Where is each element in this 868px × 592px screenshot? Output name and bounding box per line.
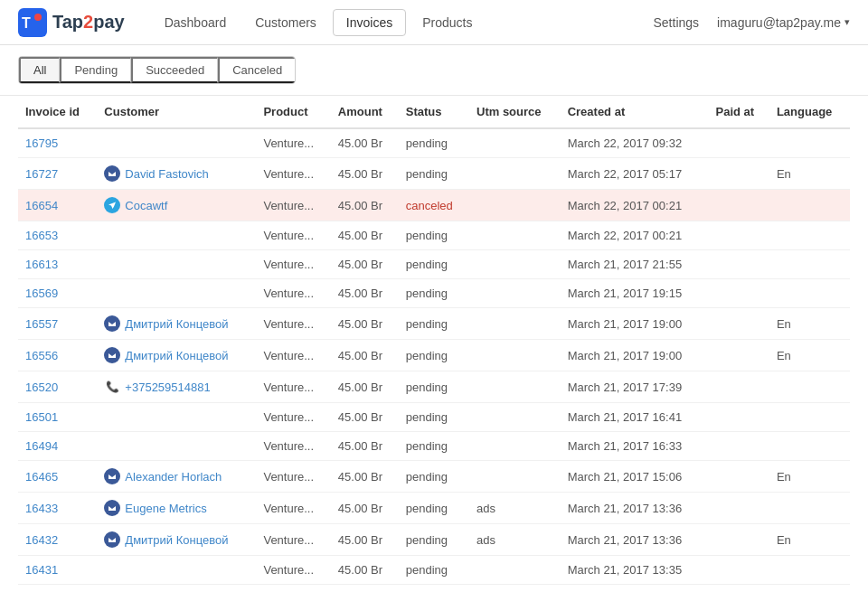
user-menu[interactable]: imaguru@tap2pay.me — [717, 15, 850, 30]
status-cell: pending — [399, 461, 469, 493]
invoice-id-link[interactable]: 16557 — [25, 317, 58, 331]
invoice-id-link[interactable]: 16494 — [25, 439, 58, 453]
utm-cell — [469, 279, 561, 308]
invoice-id-link[interactable]: 16501 — [25, 410, 58, 424]
invoice-id-link[interactable]: 16520 — [25, 381, 58, 394]
product-cell: Venture... — [256, 493, 330, 524]
table-header-row: Invoice id Customer Product Amount Statu… — [18, 96, 850, 128]
language-cell — [769, 128, 850, 158]
table-row: 16520📞+375259514881Venture...45.00 Brpen… — [18, 371, 850, 403]
paid-at-cell — [709, 190, 769, 221]
nav-products[interactable]: Products — [410, 10, 485, 35]
amount-cell: 45.00 Br — [331, 250, 399, 279]
language-cell — [769, 371, 850, 403]
table-row: 16556Дмитрий КонцевойVenture...45.00 Brp… — [18, 340, 850, 371]
filter-tab-succeeded[interactable]: Succeeded — [131, 57, 218, 83]
customer-link[interactable]: Дмитрий Концевой — [104, 347, 249, 363]
col-invoice-id: Invoice id — [18, 96, 97, 128]
paid-at-cell — [709, 279, 769, 308]
product-cell: Venture... — [256, 556, 330, 585]
utm-cell — [469, 371, 561, 403]
product-cell: Venture... — [256, 221, 330, 250]
utm-cell — [469, 250, 561, 279]
invoice-id-link[interactable]: 16465 — [25, 470, 58, 484]
logo: T Tap2pay — [18, 8, 125, 37]
customer-link[interactable]: Alexander Horlach — [104, 468, 249, 484]
utm-cell — [469, 556, 561, 585]
invoice-id-link[interactable]: 16795 — [25, 136, 58, 150]
status-cell: pending — [399, 493, 469, 524]
table-row: 16501Venture...45.00 BrpendingMarch 21, … — [18, 403, 850, 432]
status-cell: canceled — [399, 190, 469, 221]
language-cell: En — [769, 308, 850, 340]
table-row: 16432Дмитрий КонцевойVenture...45.00 Brp… — [18, 524, 850, 556]
filter-tab-all[interactable]: All — [19, 57, 60, 83]
table-row: 16431Venture...45.00 BrpendingMarch 21, … — [18, 556, 850, 585]
filter-bar: All Pending Succeeded Canceled — [0, 45, 868, 96]
status-badge: pending — [406, 470, 448, 484]
utm-cell — [469, 308, 561, 340]
customer-name: Дмитрий Концевой — [125, 349, 228, 362]
customer-link[interactable]: 📞+375259514881 — [104, 379, 249, 395]
invoice-table-container: Invoice id Customer Product Amount Statu… — [0, 96, 868, 585]
settings-link[interactable]: Settings — [653, 15, 699, 30]
filter-tab-pending[interactable]: Pending — [60, 57, 131, 83]
nav-dashboard[interactable]: Dashboard — [152, 10, 240, 35]
invoice-id-link[interactable]: 16433 — [25, 502, 58, 515]
logo-icon: T — [18, 8, 47, 37]
created-at-cell: March 21, 2017 21:55 — [561, 250, 709, 279]
paid-at-cell — [709, 158, 769, 190]
paid-at-cell — [709, 493, 769, 524]
utm-cell — [469, 221, 561, 250]
customer-link[interactable]: David Fastovich — [104, 165, 249, 182]
product-cell: Venture... — [256, 158, 330, 190]
nav-invoices[interactable]: Invoices — [333, 9, 406, 36]
product-cell: Venture... — [256, 403, 330, 432]
invoice-id-link[interactable]: 16727 — [25, 167, 58, 181]
col-created: Created at — [561, 96, 709, 128]
product-cell: Venture... — [256, 308, 330, 340]
filter-tab-canceled[interactable]: Canceled — [218, 57, 295, 83]
product-cell: Venture... — [256, 432, 330, 461]
amount-cell: 45.00 Br — [331, 403, 399, 432]
created-at-cell: March 21, 2017 16:33 — [561, 432, 709, 461]
invoice-id-link[interactable]: 16613 — [25, 258, 58, 271]
customer-link[interactable]: Дмитрий Концевой — [104, 531, 249, 548]
amount-cell: 45.00 Br — [331, 221, 399, 250]
invoice-id-link[interactable]: 16569 — [25, 287, 58, 300]
customer-name: Cocawtf — [125, 199, 167, 212]
customer-name: Дмитрий Концевой — [125, 533, 228, 547]
language-cell — [769, 250, 850, 279]
col-status: Status — [399, 96, 469, 128]
invoice-id-link[interactable]: 16653 — [25, 229, 58, 242]
utm-cell — [469, 432, 561, 461]
status-cell: pending — [399, 432, 469, 461]
created-at-cell: March 21, 2017 16:41 — [561, 403, 709, 432]
language-cell: En — [769, 340, 850, 371]
header-right: Settings imaguru@tap2pay.me — [653, 15, 850, 30]
status-badge: pending — [406, 563, 448, 577]
status-badge: pending — [406, 229, 448, 242]
amount-cell: 45.00 Br — [331, 308, 399, 340]
invoice-id-link[interactable]: 16432 — [25, 533, 58, 547]
product-cell: Venture... — [256, 340, 330, 371]
customer-link[interactable]: Cocawtf — [104, 197, 249, 213]
status-badge: pending — [406, 533, 448, 547]
customer-link[interactable]: Eugene Metrics — [104, 500, 249, 516]
invoice-id-link[interactable]: 16654 — [25, 199, 58, 212]
table-row: 16613Venture...45.00 BrpendingMarch 21, … — [18, 250, 850, 279]
customer-link[interactable]: Дмитрий Концевой — [104, 315, 249, 332]
phone-icon: 📞 — [104, 379, 120, 395]
paid-at-cell — [709, 461, 769, 493]
product-cell: Venture... — [256, 461, 330, 493]
messenger-icon — [104, 468, 120, 484]
language-cell: En — [769, 524, 850, 556]
status-badge: pending — [406, 317, 448, 331]
svg-point-2 — [34, 14, 42, 21]
utm-cell: ads — [469, 493, 561, 524]
product-cell: Venture... — [256, 371, 330, 403]
amount-cell: 45.00 Br — [331, 190, 399, 221]
invoice-id-link[interactable]: 16431 — [25, 563, 58, 577]
invoice-id-link[interactable]: 16556 — [25, 349, 58, 362]
nav-customers[interactable]: Customers — [242, 10, 329, 35]
